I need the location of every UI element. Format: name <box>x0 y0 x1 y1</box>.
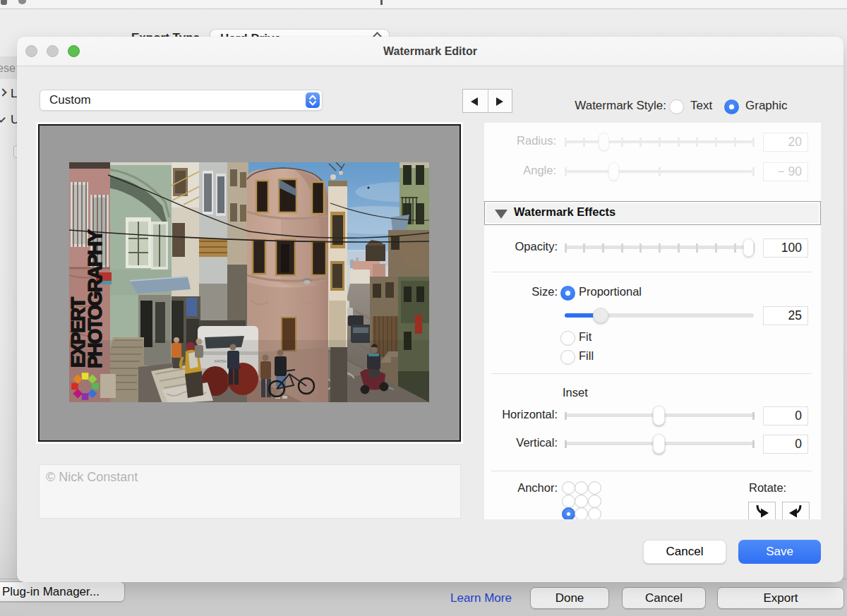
svg-text:PHOTOGRAPHY: PHOTOGRAPHY <box>84 229 106 368</box>
